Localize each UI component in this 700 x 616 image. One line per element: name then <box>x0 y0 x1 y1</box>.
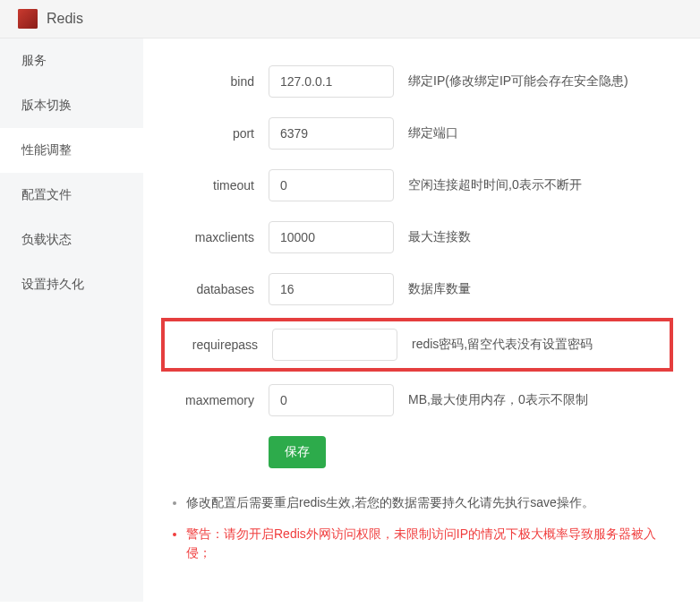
sidebar-item-label: 服务 <box>21 53 47 67</box>
hint-timeout: 空闲连接超时时间,0表示不断开 <box>408 177 582 193</box>
sidebar: 服务 版本切换 性能调整 配置文件 负载状态 设置持久化 <box>0 38 143 602</box>
sidebar-item-label: 设置持久化 <box>21 277 84 291</box>
notes: 修改配置后需要重启redis生效,若您的数据需要持久化请先执行save操作。 警… <box>161 493 673 562</box>
note-warning: 警告：请勿开启Redis外网访问权限，未限制访问IP的情况下极大概率导致服务器被… <box>186 525 673 562</box>
label-timeout: timeout <box>161 178 269 192</box>
button-spacer <box>161 436 269 468</box>
form-row-databases: databases 数据库数量 <box>161 273 673 305</box>
label-bind: bind <box>161 74 269 89</box>
input-maxclients[interactable] <box>269 221 394 253</box>
label-port: port <box>161 126 269 141</box>
hint-maxmemory: MB,最大使用内存，0表示不限制 <box>408 392 588 408</box>
sidebar-item-persistence[interactable]: 设置持久化 <box>0 262 143 307</box>
form-row-timeout: timeout 空闲连接超时时间,0表示不断开 <box>161 169 673 201</box>
content: bind 绑定IP(修改绑定IP可能会存在安全隐患) port 绑定端口 tim… <box>143 38 700 602</box>
sidebar-item-label: 负载状态 <box>21 232 72 246</box>
hint-databases: 数据库数量 <box>408 281 471 297</box>
input-port[interactable] <box>269 117 394 150</box>
input-requirepass[interactable] <box>272 329 397 361</box>
input-bind[interactable] <box>269 65 394 98</box>
sidebar-item-performance[interactable]: 性能调整 <box>0 128 143 173</box>
form-row-requirepass: requirepass redis密码,留空代表没有设置密码 <box>161 318 673 372</box>
input-maxmemory[interactable] <box>269 384 394 416</box>
label-maxclients: maxclients <box>161 230 269 244</box>
input-timeout[interactable] <box>269 169 394 201</box>
form-row-bind: bind 绑定IP(修改绑定IP可能会存在安全隐患) <box>161 65 673 98</box>
label-maxmemory: maxmemory <box>161 393 269 407</box>
header: Redis <box>0 0 700 38</box>
sidebar-item-service[interactable]: 服务 <box>0 38 143 83</box>
input-databases[interactable] <box>269 273 394 305</box>
sidebar-item-load[interactable]: 负载状态 <box>0 218 143 262</box>
warning-text: 警告：请勿开启Redis外网访问权限，未限制访问IP的情况下极大概率导致服务器被… <box>186 526 656 560</box>
label-requirepass: requirepass <box>165 338 272 352</box>
sidebar-item-label: 版本切换 <box>21 98 72 112</box>
hint-requirepass: redis密码,留空代表没有设置密码 <box>412 337 593 353</box>
note-item: 修改配置后需要重启redis生效,若您的数据需要持久化请先执行save操作。 <box>186 493 673 512</box>
sidebar-item-label: 配置文件 <box>21 187 72 201</box>
header-title: Redis <box>47 11 83 27</box>
sidebar-item-config[interactable]: 配置文件 <box>0 173 143 218</box>
hint-port: 绑定端口 <box>408 125 458 141</box>
form-row-port: port 绑定端口 <box>161 117 673 150</box>
redis-icon <box>18 9 38 29</box>
button-row: 保存 <box>161 436 673 468</box>
container: 服务 版本切换 性能调整 配置文件 负载状态 设置持久化 bind 绑定IP(修… <box>0 38 700 602</box>
sidebar-item-version[interactable]: 版本切换 <box>0 83 143 128</box>
form-row-maxmemory: maxmemory MB,最大使用内存，0表示不限制 <box>161 384 673 416</box>
form-row-maxclients: maxclients 最大连接数 <box>161 221 673 253</box>
sidebar-item-label: 性能调整 <box>21 142 72 157</box>
hint-bind: 绑定IP(修改绑定IP可能会存在安全隐患) <box>408 73 628 90</box>
save-button[interactable]: 保存 <box>269 436 326 468</box>
note-text: 修改配置后需要重启redis生效,若您的数据需要持久化请先执行save操作。 <box>186 495 594 509</box>
hint-maxclients: 最大连接数 <box>408 229 471 245</box>
label-databases: databases <box>161 282 269 296</box>
